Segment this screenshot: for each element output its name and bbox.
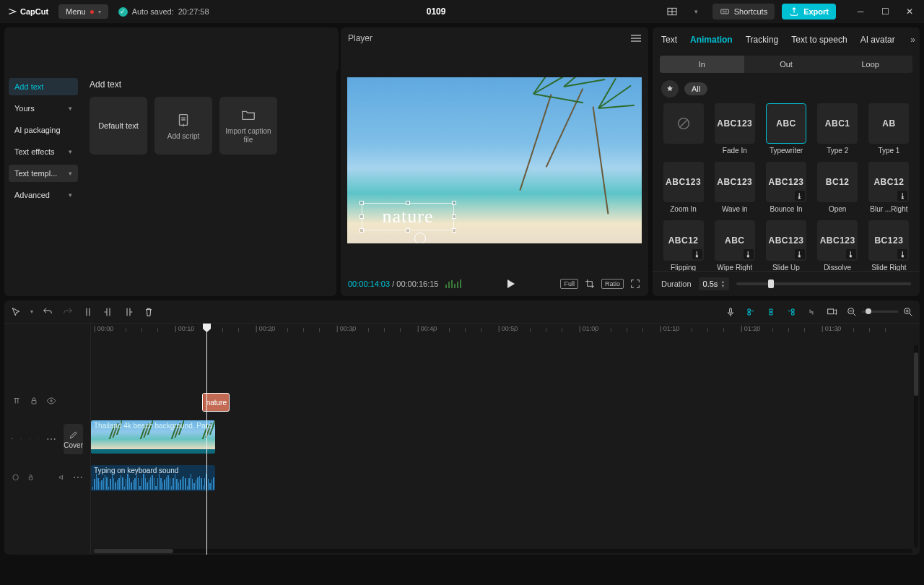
ratio-button[interactable]: Ratio [601, 279, 624, 289]
slider-knob[interactable] [768, 280, 774, 288]
preset-fade-in[interactable]: ABC123Fade In [712, 103, 757, 155]
mic-icon[interactable] [725, 306, 736, 318]
duration-slider[interactable] [736, 282, 911, 285]
timeline-tracks[interactable]: | 00:00| 00:10| 00:20| 00:30| 00:40| 00:… [91, 324, 920, 555]
pointer-tool-icon[interactable] [10, 306, 22, 318]
link-track-icon[interactable] [806, 306, 817, 318]
stepper-icon[interactable]: ▲▼ [720, 280, 725, 288]
crop-icon[interactable] [584, 278, 596, 290]
preset-thumb[interactable]: AB [868, 103, 909, 144]
video-clip[interactable]: Thailand 4k beach background. Para [91, 420, 215, 454]
zoom-in-icon[interactable] [902, 306, 914, 318]
lock-icon[interactable] [27, 472, 35, 482]
preset-thumb[interactable]: ABC12⭳ [663, 220, 704, 261]
menu-button[interactable]: Menu [58, 4, 108, 19]
preview-settings-icon[interactable] [826, 306, 837, 318]
lock-icon[interactable] [29, 396, 39, 406]
card-default-text[interactable]: Default text [90, 97, 147, 155]
duration-value[interactable]: 0.5s▲▼ [699, 277, 730, 290]
preset-thumb[interactable]: BC12 [817, 162, 858, 202]
favorites-filter[interactable] [661, 80, 679, 98]
split-icon[interactable] [82, 306, 94, 318]
split-right-icon[interactable] [123, 306, 134, 318]
download-icon[interactable]: ⭳ [795, 191, 805, 201]
track-more-icon[interactable]: ⋯ [73, 472, 83, 483]
card-import-caption[interactable]: Import caption file [219, 97, 277, 155]
preset-thumb[interactable]: ABC⭳ [715, 220, 755, 261]
download-icon[interactable]: ⭳ [744, 249, 754, 259]
itab-text[interactable]: Text [661, 35, 677, 45]
maximize-button[interactable]: ☐ [873, 0, 897, 23]
preset-thumb[interactable]: ABC123 [715, 162, 755, 202]
shortcuts-button[interactable]: Shortcuts [712, 4, 775, 20]
playhead[interactable] [206, 324, 207, 555]
seg-out[interactable]: Out [744, 56, 829, 73]
preset-thumb[interactable] [663, 103, 704, 144]
chevron-down-icon[interactable]: ▾ [30, 308, 33, 315]
split-left-icon[interactable] [103, 306, 114, 318]
text-selection-box[interactable]: nature [362, 203, 454, 230]
preset-type-2[interactable]: ABC1Type 2 [816, 103, 860, 155]
inspector-more-icon[interactable]: » [910, 35, 915, 45]
sidenav-text-templates[interactable]: Text templ...▾ [9, 165, 78, 182]
audio-lane[interactable]: Typing on keyboard sound [91, 461, 920, 494]
sidenav-text-effects[interactable]: Text effects▾ [9, 143, 78, 160]
preset-thumb[interactable]: ABC [766, 103, 806, 144]
player-canvas[interactable]: nature [347, 77, 642, 243]
eye-icon[interactable] [29, 434, 30, 444]
itab-avatar[interactable]: AI avatar [860, 35, 895, 45]
undo-icon[interactable] [42, 306, 53, 318]
eye-icon[interactable] [46, 396, 56, 406]
preset-thumb[interactable]: ABC12⭳ [868, 162, 909, 202]
itab-tts[interactable]: Text to speech [791, 35, 847, 45]
play-button[interactable] [507, 280, 515, 288]
preset-blur-right[interactable]: ABC12⭳Blur ...Right [867, 162, 911, 213]
preset-slide-right[interactable]: BC123⭳Slide Right [867, 220, 911, 271]
document-title[interactable]: 0109 [215, 6, 658, 17]
close-button[interactable]: ✕ [898, 0, 921, 23]
preset-slide-up[interactable]: ABC123⭳Slide Up [764, 220, 808, 271]
preset-open[interactable]: BC12Open [816, 162, 860, 213]
preset-type-1[interactable]: ABType 1 [867, 103, 911, 155]
cover-button[interactable]: Cover [64, 424, 83, 454]
magnet-left-icon[interactable] [745, 306, 757, 318]
download-icon[interactable]: ⭳ [897, 191, 907, 201]
download-icon[interactable]: ⭳ [795, 249, 805, 259]
zoom-slider[interactable] [862, 311, 898, 313]
preset-none[interactable] [661, 103, 705, 155]
preset-thumb[interactable]: BC123⭳ [868, 220, 909, 261]
preview-full-button[interactable]: Full [560, 279, 578, 289]
mute-icon[interactable] [58, 472, 66, 482]
magnet-center-icon[interactable] [765, 306, 777, 318]
itab-tracking[interactable]: Tracking [746, 35, 779, 45]
video-lane[interactable]: Thailand 4k beach background. Para [91, 417, 920, 461]
horizontal-scrollbar[interactable] [94, 549, 912, 553]
audio-clip[interactable]: Typing on keyboard sound [91, 465, 215, 491]
mute-icon[interactable] [38, 434, 39, 444]
track-more-icon[interactable]: ⋯ [46, 433, 56, 445]
sidenav-ai-packaging[interactable]: AI packaging [9, 121, 78, 139]
rotate-handle-icon[interactable] [414, 233, 426, 243]
seg-loop[interactable]: Loop [828, 56, 912, 73]
download-icon[interactable]: ⭳ [846, 249, 856, 259]
preset-thumb[interactable]: ABC123 [663, 162, 704, 202]
redo-icon[interactable] [62, 306, 74, 318]
preset-thumb[interactable]: ABC123⭳ [766, 162, 806, 202]
preset-wipe-right[interactable]: ABC⭳Wipe Right [712, 220, 757, 271]
layout-icon[interactable] [663, 3, 681, 20]
itab-animation[interactable]: Animation [690, 35, 733, 45]
preset-thumb[interactable]: ABC123⭳ [766, 220, 806, 261]
delete-icon[interactable] [143, 306, 154, 318]
preset-bounce-in[interactable]: ABC123⭳Bounce In [764, 162, 808, 213]
filter-all[interactable]: All [684, 82, 707, 95]
minimize-button[interactable]: ─ [849, 0, 872, 23]
timeline-ruler[interactable]: | 00:00| 00:10| 00:20| 00:30| 00:40| 00:… [91, 324, 920, 342]
player-viewport[interactable]: nature [345, 49, 644, 272]
preset-zoom-in[interactable]: ABC123Zoom In [661, 162, 705, 213]
preset-flipping[interactable]: ABC12⭳Flipping [661, 220, 705, 271]
sidenav-advanced[interactable]: Advanced▾ [9, 186, 78, 204]
chevron-down-icon[interactable]: ▾ [688, 3, 705, 20]
magnet-right-icon[interactable] [785, 306, 797, 318]
download-icon[interactable]: ⭳ [692, 249, 702, 259]
export-button[interactable]: Export [782, 4, 836, 20]
